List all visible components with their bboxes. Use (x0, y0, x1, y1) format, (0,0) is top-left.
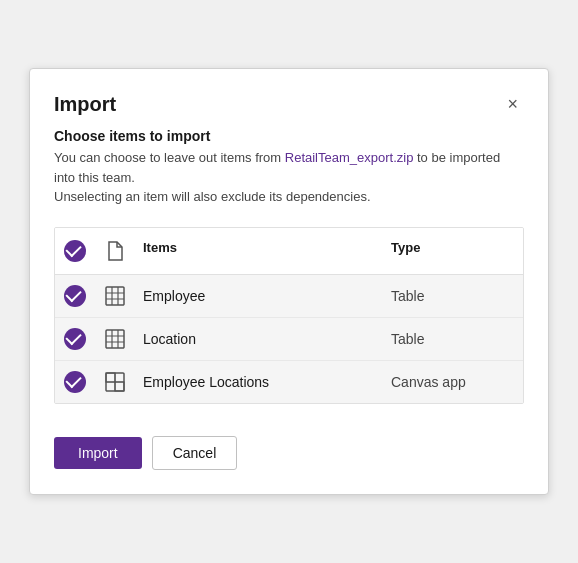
dialog-title: Import (54, 93, 116, 116)
dialog-description: You can choose to leave out items from R… (54, 148, 524, 207)
svg-rect-5 (106, 330, 124, 348)
header-items: Items (135, 236, 383, 266)
row1-checkmark (64, 285, 86, 307)
row3-checkmark (64, 371, 86, 393)
header-check-cell (55, 236, 95, 266)
row3-name: Employee Locations (135, 374, 383, 390)
table-row: Employee Locations Canvas app (55, 361, 523, 403)
table-header: Items Type (55, 228, 523, 275)
table-icon (105, 329, 125, 349)
header-file-icon (106, 241, 124, 261)
dialog-subtitle: Choose items to import (54, 128, 524, 144)
row3-type: Canvas app (383, 374, 523, 390)
svg-rect-0 (106, 287, 124, 305)
table-row: Employee Table (55, 275, 523, 318)
svg-rect-11 (106, 373, 115, 382)
row2-check[interactable] (55, 328, 95, 350)
import-dialog: Import × Choose items to import You can … (29, 68, 549, 495)
row3-check[interactable] (55, 371, 95, 393)
table-icon (105, 286, 125, 306)
table-row: Location Table (55, 318, 523, 361)
row2-icon (95, 329, 135, 349)
close-button[interactable]: × (501, 93, 524, 115)
cancel-button[interactable]: Cancel (152, 436, 238, 470)
canvas-icon (105, 372, 125, 392)
description-line2: Unselecting an item will also exclude it… (54, 189, 371, 204)
header-icon-cell (95, 236, 135, 266)
svg-rect-12 (115, 382, 124, 391)
row1-name: Employee (135, 288, 383, 304)
import-button[interactable]: Import (54, 437, 142, 469)
dialog-header: Import × (54, 93, 524, 116)
row3-icon (95, 372, 135, 392)
description-file: RetailTeam_export.zip (285, 150, 414, 165)
description-text1: You can choose to leave out items from (54, 150, 285, 165)
row1-check[interactable] (55, 285, 95, 307)
header-type: Type (383, 236, 523, 266)
dialog-footer: Import Cancel (54, 436, 524, 470)
header-checkmark (64, 240, 86, 262)
row2-type: Table (383, 331, 523, 347)
row2-name: Location (135, 331, 383, 347)
row1-icon (95, 286, 135, 306)
row2-checkmark (64, 328, 86, 350)
row1-type: Table (383, 288, 523, 304)
items-table: Items Type Employee Table (54, 227, 524, 404)
